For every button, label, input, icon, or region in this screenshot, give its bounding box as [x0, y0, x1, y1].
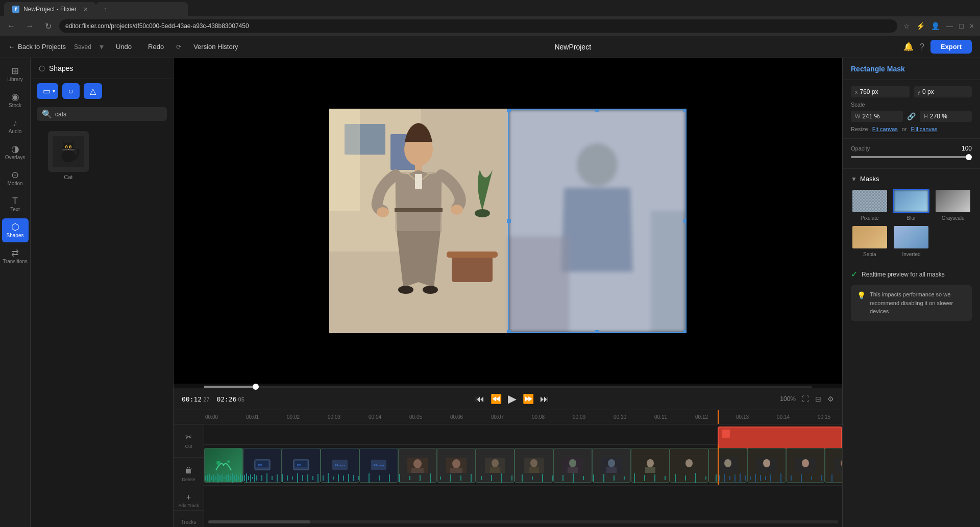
mask-label-blur: Blur: [907, 215, 916, 221]
opacity-slider[interactable]: [851, 156, 972, 158]
version-history-button[interactable]: Version History: [189, 41, 242, 53]
triangle-shape-button[interactable]: △: [84, 83, 102, 99]
svg-rect-176: [831, 474, 832, 482]
export-button[interactable]: Export: [930, 40, 972, 54]
mask-thumb-grayscale: [935, 189, 971, 213]
ruler-mark-8: 00:08: [531, 414, 572, 420]
cut-control[interactable]: ✂ Cut: [174, 424, 204, 458]
rectangle-shape-button[interactable]: ▭ ▾: [37, 83, 58, 99]
timeline-tracks[interactable]: FX FX: [204, 424, 842, 527]
svg-rect-98: [246, 473, 247, 483]
svg-rect-90: [230, 476, 231, 480]
svg-text:FX: FX: [258, 464, 262, 467]
circle-shape-button[interactable]: ○: [62, 83, 80, 99]
position-section: x 760 px y 0 px Scale W 241 %: [843, 80, 980, 139]
delete-control[interactable]: 🗑 Delete: [174, 458, 204, 491]
sidebar-item-stock[interactable]: ◉ Stock: [2, 88, 29, 112]
browser-tab[interactable]: f NewProject - Flixier ×: [4, 2, 96, 16]
video-left-side: [329, 109, 508, 333]
mask-label-grayscale: Grayscale: [942, 215, 965, 221]
svg-rect-93: [236, 474, 237, 482]
mask-inverted[interactable]: Inverted: [893, 225, 930, 257]
svg-rect-161: [724, 474, 725, 482]
x-field[interactable]: x 760 px: [851, 86, 910, 97]
settings-button[interactable]: ⚙: [827, 395, 834, 403]
close-tab-button[interactable]: ×: [84, 5, 88, 13]
mask-sepia[interactable]: Sepia: [851, 225, 889, 257]
svg-point-25: [398, 286, 413, 294]
h-field[interactable]: H 270 %: [920, 111, 972, 122]
svg-rect-144: [573, 473, 574, 483]
sidebar-item-transitions[interactable]: ⇄ Transitions: [2, 244, 29, 268]
progress-thumb[interactable]: [253, 384, 259, 390]
add-track-control[interactable]: + Add Track: [174, 490, 204, 510]
fullscreen-button[interactable]: ⛶: [802, 395, 809, 403]
split-view-button[interactable]: ⊟: [815, 395, 821, 403]
favicon: f: [12, 6, 19, 13]
forward-button[interactable]: →: [22, 19, 37, 33]
video-area: 00:12 27 02:26 05 ⏮ ⏪ ▶ ⏩ ⏭ 100%: [174, 58, 842, 410]
fit-canvas-button[interactable]: Fit canvas: [872, 126, 898, 132]
y-field[interactable]: y 0 px: [914, 86, 972, 97]
close-button[interactable]: ×: [968, 20, 976, 32]
svg-rect-121: [348, 474, 349, 482]
search-input[interactable]: [55, 111, 162, 118]
maximize-button[interactable]: □: [957, 20, 965, 32]
rewind-button[interactable]: ⏪: [491, 393, 502, 405]
bookmark-button[interactable]: ☆: [901, 20, 912, 32]
new-tab-button[interactable]: +: [96, 2, 188, 16]
back-to-projects-button[interactable]: ← Back to Projects: [8, 43, 66, 51]
opacity-thumb[interactable]: [966, 154, 972, 160]
fast-forward-button[interactable]: ⏩: [523, 393, 534, 405]
help-button[interactable]: ?: [920, 42, 924, 52]
extensions-button[interactable]: ⚡: [914, 20, 927, 32]
sidebar-item-audio[interactable]: ♪ Audio: [2, 114, 29, 138]
svg-rect-84: [217, 473, 218, 483]
go-to-start-button[interactable]: ⏮: [475, 394, 484, 405]
mask-label-sepia: Sepia: [863, 252, 876, 257]
panel-title: Shapes: [49, 64, 73, 72]
play-pause-button[interactable]: ▶: [508, 392, 517, 406]
ruler-mark-9: 00:09: [572, 414, 612, 420]
address-bar[interactable]: [59, 19, 897, 33]
svg-rect-140: [532, 476, 533, 480]
redo-button[interactable]: Redo: [144, 41, 168, 53]
mask-pixelate[interactable]: Pixelate: [851, 189, 889, 221]
notifications-button[interactable]: 🔔: [903, 42, 914, 52]
check-icon: ✓: [851, 269, 857, 279]
go-to-end-button[interactable]: ⏭: [540, 394, 549, 405]
svg-rect-172: [791, 475, 792, 481]
clip-visual-9: [562, 458, 583, 473]
svg-rect-168: [760, 475, 761, 481]
svg-rect-111: [297, 473, 298, 483]
sidebar-item-overlays[interactable]: ◑ Overlays: [2, 140, 29, 164]
w-field[interactable]: W 241 %: [851, 111, 903, 122]
search-icon: 🔍: [42, 109, 52, 119]
sidebar-item-shapes[interactable]: ⬡ Shapes: [2, 218, 29, 242]
undo-button[interactable]: Undo: [112, 41, 136, 53]
ruler-mark-15: 00:15: [817, 414, 842, 420]
svg-rect-165: [745, 475, 746, 481]
wh-row: W 241 % 🔗 H 270 %: [851, 111, 972, 122]
svg-rect-75: [834, 458, 842, 473]
sidebar-item-library[interactable]: ⊞ Library: [2, 62, 29, 86]
ruler-mark-0: 00:00: [204, 414, 245, 420]
sidebar-item-text[interactable]: T Text: [2, 192, 29, 216]
ruler-mark-1: 00:01: [245, 414, 286, 420]
scrub-bar[interactable]: [204, 386, 812, 388]
horizontal-scrollbar[interactable]: [208, 520, 838, 523]
reload-button[interactable]: ↻: [41, 19, 55, 33]
mask-blur[interactable]: Blur: [893, 189, 930, 221]
minimize-button[interactable]: —: [944, 20, 955, 32]
mask-grayscale[interactable]: Grayscale: [934, 189, 972, 221]
fill-canvas-button[interactable]: Fill canvas: [911, 126, 938, 132]
svg-rect-105: [266, 473, 267, 483]
asset-item-cat[interactable]: Cat: [37, 131, 100, 180]
progress-fill: [204, 386, 256, 388]
sidebar-item-motion[interactable]: ⊙ Motion: [2, 166, 29, 190]
scrollbar-thumb[interactable]: [208, 520, 310, 523]
profile-button[interactable]: 👤: [929, 20, 942, 32]
back-button[interactable]: ←: [4, 19, 18, 33]
mask-thumb-blur: [893, 189, 929, 213]
topbar: ← Back to Projects Saved ▾ Undo Redo ⟳ V…: [0, 36, 980, 58]
